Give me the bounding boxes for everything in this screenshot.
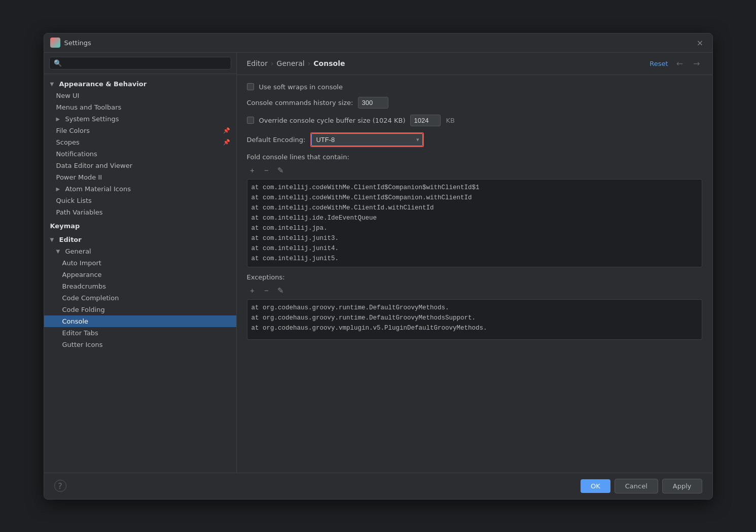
sidebar-item-notifications[interactable]: Notifications bbox=[44, 148, 236, 160]
sidebar-item-atom-material[interactable]: ▶ Atom Material Icons bbox=[44, 183, 236, 195]
sidebar-item-label: Breadcrumbs bbox=[62, 282, 106, 290]
soft-wrap-label: Use soft wraps in console bbox=[259, 83, 343, 91]
breadcrumb: Editor › General › Console bbox=[247, 59, 345, 67]
panel-actions: Reset ← → bbox=[650, 58, 702, 69]
list-item: at org.codehaus.groovy.runtime.DefaultGr… bbox=[251, 303, 698, 313]
list-item: at com.intellij.junit4. bbox=[251, 243, 698, 254]
sidebar-item-label: Menus and Toolbars bbox=[56, 103, 122, 111]
search-icon: 🔍 bbox=[54, 59, 62, 67]
exceptions-edit-button[interactable]: ✎ bbox=[275, 285, 286, 296]
apply-button[interactable]: Apply bbox=[662, 479, 702, 493]
sidebar-item-breadcrumbs[interactable]: Breadcrumbs bbox=[44, 280, 236, 292]
sidebar-item-code-completion[interactable]: Code Completion bbox=[44, 292, 236, 304]
history-input[interactable] bbox=[358, 97, 388, 109]
fold-toolbar: + − ✎ bbox=[247, 165, 702, 176]
fold-section: Fold console lines that contain: + − ✎ a… bbox=[247, 153, 702, 267]
sidebar-item-editor[interactable]: ▼ Editor bbox=[44, 232, 236, 245]
sidebar-item-appearance-behavior[interactable]: ▼ Appearance & Behavior bbox=[44, 76, 236, 90]
titlebar: Settings × bbox=[44, 33, 712, 53]
fold-label: Fold console lines that contain: bbox=[247, 153, 702, 161]
sidebar-item-label: Appearance & Behavior bbox=[59, 80, 147, 88]
sidebar-item-label: Appearance bbox=[62, 271, 102, 278]
breadcrumb-general: General bbox=[277, 59, 305, 67]
app-icon bbox=[50, 38, 60, 48]
breadcrumb-console: Console bbox=[313, 59, 345, 67]
sidebar-item-label: Data Editor and Viewer bbox=[56, 162, 133, 169]
cancel-button[interactable]: Cancel bbox=[615, 479, 658, 493]
window-title: Settings bbox=[64, 39, 694, 47]
sidebar-item-keymap[interactable]: Keymap bbox=[44, 218, 236, 232]
sidebar-item-menus-toolbars[interactable]: Menus and Toolbars bbox=[44, 101, 236, 113]
pin-icon: 📌 bbox=[223, 139, 230, 146]
pin-icon: 📌 bbox=[223, 127, 230, 134]
sidebar-item-label: Atom Material Icons bbox=[65, 185, 131, 193]
buffer-checkbox[interactable] bbox=[247, 117, 254, 124]
exceptions-label: Exceptions: bbox=[247, 273, 702, 281]
sidebar-item-label: Power Mode II bbox=[56, 173, 102, 181]
sidebar-item-file-colors[interactable]: File Colors 📌 bbox=[44, 125, 236, 136]
sidebar-item-gutter-icons[interactable]: Gutter Icons bbox=[44, 339, 236, 350]
breadcrumb-sep-1: › bbox=[271, 59, 274, 67]
sidebar-item-new-ui[interactable]: New UI bbox=[44, 90, 236, 101]
buffer-input[interactable] bbox=[410, 115, 441, 126]
sidebar-item-path-variables[interactable]: Path Variables bbox=[44, 206, 236, 218]
sidebar-item-label: Gutter Icons bbox=[62, 341, 103, 348]
sidebar-item-appearance[interactable]: Appearance bbox=[44, 269, 236, 280]
footer-buttons: OK Cancel Apply bbox=[581, 479, 702, 493]
sidebar-tree: ▼ Appearance & Behavior New UI Menus and… bbox=[44, 74, 236, 473]
search-wrap[interactable]: 🔍 bbox=[49, 57, 231, 69]
right-panel: Editor › General › Console Reset ← → Use… bbox=[237, 53, 712, 473]
exceptions-add-button[interactable]: + bbox=[247, 285, 258, 296]
sidebar-item-label: Editor Tabs bbox=[62, 329, 98, 337]
list-item: at com.intellij.codeWithMe.ClientId$Comp… bbox=[251, 183, 698, 193]
search-bar: 🔍 bbox=[44, 53, 236, 74]
help-button[interactable]: ? bbox=[54, 480, 66, 492]
breadcrumb-sep-2: › bbox=[308, 59, 311, 67]
sidebar-item-console[interactable]: Console bbox=[44, 315, 236, 327]
sidebar-item-data-editor[interactable]: Data Editor and Viewer bbox=[44, 160, 236, 171]
sidebar-item-code-folding[interactable]: Code Folding bbox=[44, 304, 236, 315]
sidebar-item-label: Editor bbox=[59, 236, 82, 243]
list-item: at com.intellij.jpa. bbox=[251, 223, 698, 233]
soft-wrap-row: Use soft wraps in console bbox=[247, 83, 702, 91]
settings-window: Settings × 🔍 ▼ Appearance & Behavior New… bbox=[44, 33, 713, 500]
chevron-icon: ▼ bbox=[50, 81, 56, 87]
encoding-label: Default Encoding: bbox=[247, 136, 306, 144]
fold-edit-button[interactable]: ✎ bbox=[275, 165, 286, 176]
sidebar-item-label: Scopes bbox=[56, 138, 80, 146]
search-input[interactable] bbox=[65, 59, 227, 67]
list-item: at com.intellij.ide.IdeEventQueue bbox=[251, 213, 698, 223]
exceptions-section: Exceptions: + − ✎ at org.codehaus.groovy… bbox=[247, 273, 702, 340]
sidebar-item-editor-tabs[interactable]: Editor Tabs bbox=[44, 327, 236, 339]
chevron-icon: ▼ bbox=[50, 237, 56, 242]
fold-list: at com.intellij.codeWithMe.ClientId$Comp… bbox=[247, 179, 702, 267]
exceptions-list: at org.codehaus.groovy.runtime.DefaultGr… bbox=[247, 299, 702, 340]
list-item: at org.codehaus.groovy.runtime.DefaultGr… bbox=[251, 313, 698, 323]
sidebar-item-power-mode[interactable]: Power Mode II bbox=[44, 171, 236, 183]
fold-remove-button[interactable]: − bbox=[261, 165, 272, 176]
list-item: at com.intellij.junit5. bbox=[251, 254, 698, 264]
encoding-select[interactable]: UTF-8 UTF-16 ISO-8859-1 Windows-1252 bbox=[311, 133, 423, 146]
sidebar-item-auto-import[interactable]: Auto Import bbox=[44, 257, 236, 269]
sidebar-item-general[interactable]: ▼ General bbox=[44, 245, 236, 257]
history-row: Console commands history size: bbox=[247, 97, 702, 109]
reset-link[interactable]: Reset bbox=[650, 60, 668, 67]
exceptions-remove-button[interactable]: − bbox=[261, 285, 272, 296]
soft-wrap-checkbox[interactable] bbox=[247, 83, 254, 90]
footer: ? OK Cancel Apply bbox=[44, 473, 712, 499]
back-button[interactable]: ← bbox=[674, 58, 685, 69]
list-item: at com.intellij.codeWithMe.ClientId.with… bbox=[251, 203, 698, 213]
forward-button[interactable]: → bbox=[691, 58, 702, 69]
sidebar-item-system-settings[interactable]: ▶ System Settings bbox=[44, 113, 236, 125]
ok-button[interactable]: OK bbox=[581, 479, 610, 493]
list-item: at com.intellij.codeWithMe.ClientId$Comp… bbox=[251, 193, 698, 203]
sidebar-item-label: Auto Import bbox=[62, 259, 101, 267]
sidebar-item-scopes[interactable]: Scopes 📌 bbox=[44, 136, 236, 148]
sidebar-item-label: Path Variables bbox=[56, 208, 103, 216]
fold-add-button[interactable]: + bbox=[247, 165, 258, 176]
list-item: at org.codehaus.groovy.vmplugin.v5.Plugi… bbox=[251, 323, 698, 333]
sidebar-item-label: General bbox=[65, 247, 91, 255]
close-button[interactable]: × bbox=[694, 37, 706, 49]
sidebar-item-quick-lists[interactable]: Quick Lists bbox=[44, 195, 236, 206]
sidebar-item-label: Keymap bbox=[50, 222, 80, 230]
